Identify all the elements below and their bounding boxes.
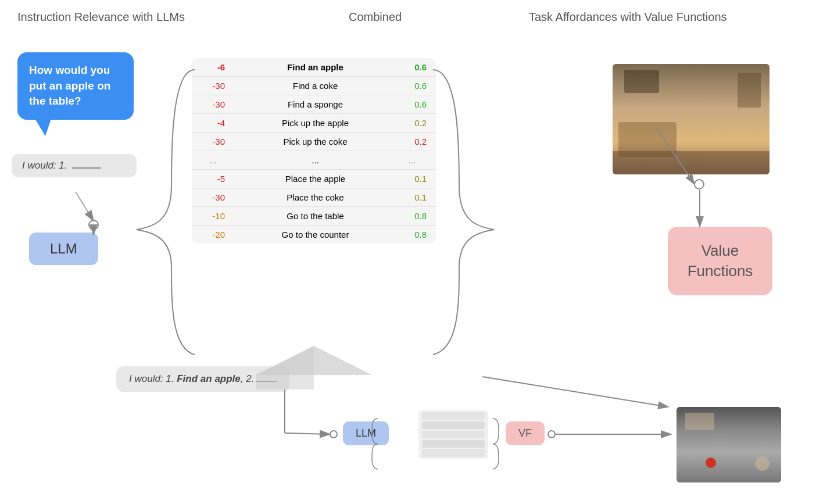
table-label: Find a sponge [233, 99, 398, 109]
table-val: 0.6 [398, 99, 427, 109]
mini-table [418, 410, 488, 459]
table-row: -4Pick up the apple0.2 [192, 114, 436, 133]
table-row: -6Find an apple0.6 [192, 58, 436, 77]
table-row: -30Find a coke0.6 [192, 77, 436, 95]
table-label: Go to the table [233, 211, 398, 221]
table-score: -20 [201, 230, 233, 240]
table-val: 0.8 [398, 211, 427, 221]
table-row: ......... [192, 151, 436, 170]
table-label: Pick up the apple [233, 118, 398, 128]
table-label: Find a coke [233, 81, 398, 91]
bottom-llm-box: LLM [343, 421, 389, 445]
table-score: -4 [201, 118, 233, 128]
table-score: -30 [201, 192, 233, 202]
table-val: 0.8 [398, 230, 427, 240]
blank-top [72, 167, 101, 169]
table-val: ... [398, 155, 427, 165]
table-label: ... [233, 155, 398, 165]
circle-vf-top [694, 179, 704, 190]
table-row: -5Place the apple0.1 [192, 170, 436, 188]
table-score: -30 [201, 81, 233, 91]
table-row: -30Find a sponge0.6 [192, 95, 436, 114]
svg-line-7 [285, 433, 330, 434]
table-row: -30Place the coke0.1 [192, 188, 436, 207]
llm-box-top: LLM [29, 233, 98, 265]
i-would-prefix: I would: 1. [22, 160, 67, 171]
svg-line-0 [76, 192, 94, 221]
scene-image-top [613, 64, 770, 174]
bottom-find-apple: Find an apple [177, 373, 241, 384]
table-row: -10Go to the table0.8 [192, 207, 436, 226]
table-row: -30Pick up the coke0.2 [192, 133, 436, 151]
i-would-top-box: I would: 1. [12, 154, 137, 177]
chat-bubble: How would you put an apple on the table? [17, 52, 134, 120]
header-right: Task Affordances with Value Functions [529, 10, 727, 24]
table-score: -6 [201, 62, 233, 72]
bottom-circle-left [330, 430, 338, 438]
table-val: 0.6 [398, 81, 427, 91]
table-val: 0.1 [398, 192, 427, 202]
table-val: 0.2 [398, 137, 427, 146]
scene-image-bottom [677, 407, 781, 482]
table-label: Place the apple [233, 174, 398, 184]
circle-llm-top [88, 220, 99, 230]
svg-line-8 [482, 377, 668, 407]
table-score: -30 [201, 99, 233, 109]
bottom-blank [256, 381, 277, 382]
bottom-i-would-box: I would: 1. Find an apple, 2. [116, 366, 289, 392]
table-label: Pick up the coke [233, 137, 398, 146]
table-score: -10 [201, 211, 233, 221]
table-val: 0.2 [398, 118, 427, 128]
table-score: -30 [201, 137, 233, 146]
table-score: ... [201, 155, 233, 165]
bottom-i-would-prefix: I would: 1. [129, 373, 177, 384]
table-label: Place the coke [233, 192, 398, 202]
table-val: 0.6 [398, 62, 427, 72]
header-center: Combined [349, 10, 402, 24]
bottom-circle-right [547, 430, 556, 438]
table-score: -5 [201, 174, 233, 184]
bottom-step2: , 2. [241, 373, 255, 384]
combined-table: -6Find an apple0.6-30Find a coke0.6-30Fi… [192, 58, 436, 244]
table-label: Go to the counter [233, 230, 398, 240]
header-left: Instruction Relevance with LLMs [17, 10, 185, 24]
vf-box: ValueFunctions [668, 227, 772, 295]
bottom-vf-box: VF [506, 421, 545, 445]
table-row: -20Go to the counter0.8 [192, 226, 436, 244]
table-label: Find an apple [233, 62, 398, 72]
table-val: 0.1 [398, 174, 427, 184]
